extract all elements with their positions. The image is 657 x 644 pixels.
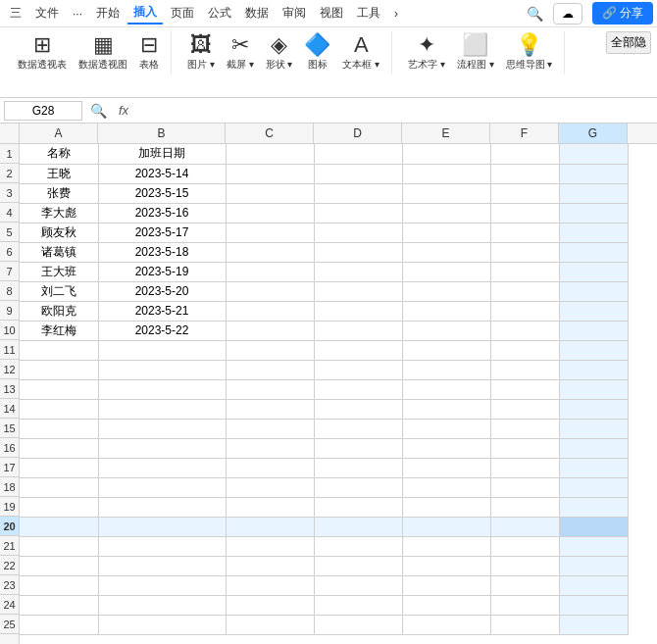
ribbon-table[interactable]: ⊟ 表格 (135, 31, 163, 74)
ribbon-expand-button[interactable]: 全部隐 (606, 31, 651, 54)
cell-c6[interactable] (226, 242, 314, 262)
cell-a4[interactable]: 李大彪 (20, 203, 98, 223)
cell-f5[interactable] (490, 223, 559, 242)
ribbon-textbox[interactable]: A 文本框 ▾ (338, 31, 383, 74)
cell-a9[interactable]: 欧阳克 (20, 301, 98, 321)
ribbon-icon-item[interactable]: 🔷 图标 (300, 31, 334, 74)
cell-c5[interactable] (226, 223, 314, 242)
col-header-c[interactable]: C (226, 124, 314, 143)
cell-a7[interactable]: 王大班 (20, 262, 98, 281)
row-num-21[interactable]: 21 (0, 536, 19, 556)
cell-a11[interactable] (20, 340, 98, 360)
cell-d5[interactable] (314, 223, 402, 242)
cell-d1[interactable] (314, 144, 402, 164)
menu-home[interactable]: 开始 (90, 3, 126, 24)
ribbon-shape[interactable]: ◈ 形状 ▾ (262, 31, 297, 74)
search-icon[interactable]: 🔍 (523, 4, 547, 24)
cell-e4[interactable] (402, 203, 490, 223)
col-header-e[interactable]: E (402, 124, 490, 143)
row-num-25[interactable]: 25 (0, 615, 19, 634)
cell-g7[interactable] (559, 262, 628, 281)
row-num-17[interactable]: 17 (0, 458, 19, 477)
ribbon-pivot-table[interactable]: ⊞ 数据透视表 (14, 31, 71, 74)
row-num-7[interactable]: 7 (0, 262, 19, 281)
ribbon-screenshot[interactable]: ✂ 截屏 ▾ (223, 31, 258, 74)
cell-d8[interactable] (314, 281, 402, 301)
row-num-14[interactable]: 14 (0, 399, 19, 419)
cell-c4[interactable] (226, 203, 314, 223)
cell-a3[interactable]: 张费 (20, 183, 98, 203)
cell-e7[interactable] (402, 262, 490, 281)
row-num-10[interactable]: 10 (0, 321, 19, 340)
menu-view[interactable]: 视图 (314, 3, 349, 24)
row-num-1[interactable]: 1 (0, 144, 19, 164)
row-num-3[interactable]: 3 (0, 183, 19, 203)
row-num-5[interactable]: 5 (0, 223, 19, 242)
cell-g3[interactable] (559, 183, 628, 203)
cell-g4[interactable] (559, 203, 628, 223)
cell-d3[interactable] (314, 183, 402, 203)
cell-f6[interactable] (490, 242, 559, 262)
menu-data[interactable]: 数据 (239, 3, 275, 24)
cloud-button[interactable]: ☁ (553, 3, 582, 25)
cell-d6[interactable] (314, 242, 402, 262)
cell-g1[interactable] (559, 144, 628, 164)
cell-e5[interactable] (402, 223, 490, 242)
cell-g10[interactable] (559, 321, 628, 340)
cell-b4[interactable]: 2023-5-16 (98, 203, 226, 223)
cell-f8[interactable] (490, 281, 559, 301)
cell-c8[interactable] (226, 281, 314, 301)
cell-c2[interactable] (226, 164, 314, 183)
cell-reference-box[interactable] (4, 101, 82, 121)
cell-a6[interactable]: 诸葛镇 (20, 242, 98, 262)
cell-f7[interactable] (490, 262, 559, 281)
cell-a2[interactable]: 王晓 (20, 164, 98, 183)
row-num-24[interactable]: 24 (0, 595, 19, 615)
formula-input[interactable] (136, 101, 653, 121)
row-num-11[interactable]: 11 (0, 340, 19, 360)
menu-insert[interactable]: 插入 (127, 2, 163, 25)
cell-e2[interactable] (402, 164, 490, 183)
cell-b9[interactable]: 2023-5-21 (98, 301, 226, 321)
cell-b10[interactable]: 2023-5-22 (98, 321, 226, 340)
cell-d7[interactable] (314, 262, 402, 281)
cell-b5[interactable]: 2023-5-17 (98, 223, 226, 242)
cell-e9[interactable] (402, 301, 490, 321)
row-num-23[interactable]: 23 (0, 575, 19, 595)
row-num-18[interactable]: 18 (0, 477, 19, 497)
cell-d10[interactable] (314, 321, 402, 340)
cell-g8[interactable] (559, 281, 628, 301)
row-num-8[interactable]: 8 (0, 281, 19, 301)
zoom-formula-icon[interactable]: 🔍 (86, 103, 111, 119)
col-header-b[interactable]: B (98, 124, 226, 143)
menu-expand[interactable]: › (388, 5, 404, 23)
ribbon-picture[interactable]: 🖼 图片 ▾ (183, 31, 219, 74)
ribbon-mindmap[interactable]: 💡 思维导图 ▾ (502, 31, 557, 74)
menu-page[interactable]: 页面 (165, 3, 200, 24)
menu-hamburger[interactable]: 三 (4, 3, 27, 24)
cell-f10[interactable] (490, 321, 559, 340)
row-num-20[interactable]: 20 (0, 517, 19, 536)
cell-a1[interactable]: 名称 (20, 144, 98, 164)
cell-b7[interactable]: 2023-5-19 (98, 262, 226, 281)
cell-g6[interactable] (559, 242, 628, 262)
cell-b6[interactable]: 2023-5-18 (98, 242, 226, 262)
col-header-d[interactable]: D (314, 124, 402, 143)
cell-g9[interactable] (559, 301, 628, 321)
cell-b8[interactable]: 2023-5-20 (98, 281, 226, 301)
cell-a8[interactable]: 刘二飞 (20, 281, 98, 301)
cell-f1[interactable] (490, 144, 559, 164)
row-num-19[interactable]: 19 (0, 497, 19, 517)
cell-b1[interactable]: 加班日期 (98, 144, 226, 164)
cell-b3[interactable]: 2023-5-15 (98, 183, 226, 203)
row-num-16[interactable]: 16 (0, 438, 19, 458)
share-button[interactable]: 🔗 分享 (592, 2, 653, 25)
menu-formula[interactable]: 公式 (202, 3, 237, 24)
cell-c7[interactable] (226, 262, 314, 281)
cell-a5[interactable]: 顾友秋 (20, 223, 98, 242)
cell-d2[interactable] (314, 164, 402, 183)
menu-review[interactable]: 审阅 (277, 3, 312, 24)
row-num-4[interactable]: 4 (0, 203, 19, 223)
cell-e3[interactable] (402, 183, 490, 203)
cell-b11[interactable] (98, 340, 226, 360)
